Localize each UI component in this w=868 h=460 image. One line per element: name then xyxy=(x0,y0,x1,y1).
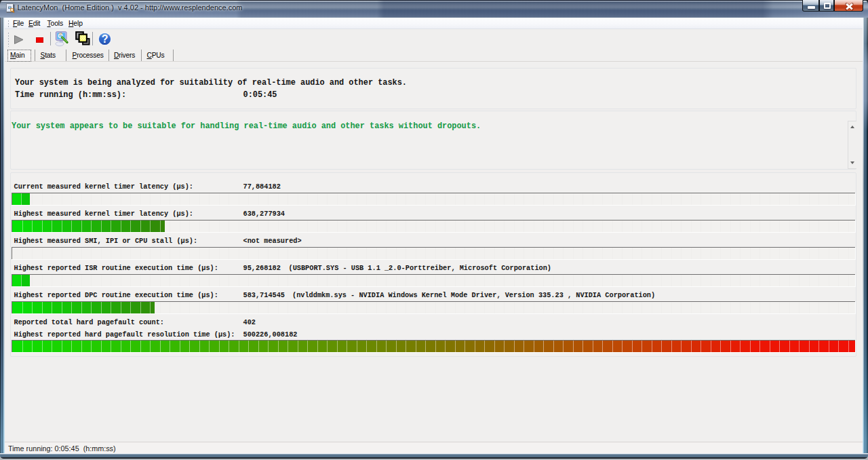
svg-text:?: ? xyxy=(102,33,108,45)
